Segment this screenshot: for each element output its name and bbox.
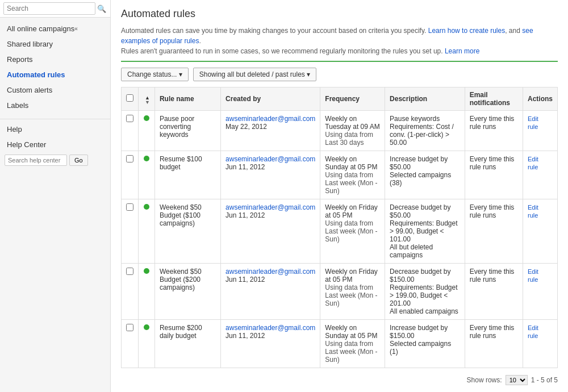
edit-rule-link-2[interactable]: Editrule [528,204,538,219]
sidebar-item-reports[interactable]: Reports [0,52,110,67]
row-checkbox-cell[interactable] [122,111,139,151]
row-notifications: Every time this rule runs [465,264,523,320]
row-notifications: Every time this rule runs [465,199,523,264]
row-description: Decrease budget by $150.00Requirements: … [385,264,465,320]
edit-rule-link-1[interactable]: Editrule [528,156,538,170]
sidebar-nav: All online campaigns « Shared library Re… [0,18,110,116]
help-search-input[interactable] [5,155,67,166]
section-divider [121,61,558,62]
help-search-box[interactable]: Go [0,152,110,168]
row-created-by: awseminarleader@gmail.com Jun 11, 2012 [221,320,320,368]
table-row: Weekend $50 Budget ($200 campaigns) awse… [122,264,558,320]
row-checkbox-2[interactable] [126,203,133,211]
row-frequency: Weekly on Sunday at 05 PMUsing data from… [320,151,385,199]
row-checkbox-cell[interactable] [122,151,139,199]
row-notifications: Every time this rule runs [465,151,523,199]
row-rule-name: Weekend $50 Budget ($200 campaigns) [154,264,220,320]
learn-how-link[interactable]: Learn how to create rules [428,27,505,35]
row-checkbox-3[interactable] [126,268,133,275]
status-dot [144,268,149,274]
help-go-button[interactable]: Go [69,155,88,166]
notifications-header: Email notifications [465,87,523,111]
row-status-cell [139,111,155,151]
info-box: Automated rules can save you time by mak… [121,26,558,56]
row-created-by: awseminarleader@gmail.com Jun 11, 2012 [221,199,320,264]
select-all-checkbox[interactable] [126,94,133,102]
row-description: Increase budget by $50.00Selected campai… [385,151,465,199]
row-status-cell [139,151,155,199]
sidebar-item-automated-rules[interactable]: Automated rules [0,67,110,82]
row-checkbox-0[interactable] [126,115,133,122]
table-row: Resume $200 daily budget awseminarleader… [122,320,558,368]
row-actions: Editrule [523,320,557,368]
created-by-header: Created by [221,87,320,111]
row-created-by: awseminarleader@gmail.com Jun 11, 2012 [221,151,320,199]
sidebar-item-help-center[interactable]: Help Center [0,137,110,152]
edit-rule-link-4[interactable]: Editrule [528,324,538,339]
sidebar-help-section: Help Help Center Go [0,119,110,168]
row-rule-name: Resume $200 daily budget [154,320,220,368]
row-description: Pause keywordsRequirements: Cost / conv.… [385,111,465,151]
status-dot [144,204,149,210]
table-row: Resume $100 budget awseminarleader@gmail… [122,151,558,199]
table-footer: Show rows: 10 25 50 1 - 5 of 5 [121,373,558,387]
rules-table: ▲ ▼ Rule name Created by Frequency Descr… [121,87,558,368]
status-header: ▲ ▼ [139,87,155,111]
sidebar-item-custom-alerts[interactable]: Custom alerts [0,82,110,98]
row-status-cell [139,320,155,368]
table-row: Pause poor converting keywords awseminar… [122,111,558,151]
search-input[interactable] [3,2,95,15]
table-row: Weekend $50 Budget ($100 campaigns) awse… [122,199,558,264]
row-frequency: Weekly on Friday at 05 PMUsing data from… [320,264,385,320]
row-checkbox-4[interactable] [126,324,133,331]
row-frequency: Weekly on Tuesday at 09 AMUsing data fro… [320,111,385,151]
row-checkbox-cell[interactable] [122,264,139,320]
edit-rule-link-3[interactable]: Editrule [528,268,538,283]
select-all-header[interactable] [122,87,139,111]
row-rule-name: Weekend $50 Budget ($100 campaigns) [154,199,220,264]
row-description: Decrease budget by $50.00Requirements: B… [385,199,465,264]
row-created-by: awseminarleader@gmail.com Jun 11, 2012 [221,264,320,320]
row-actions: Editrule [523,264,557,320]
row-notifications: Every time this rule runs [465,320,523,368]
sidebar-search-box[interactable]: 🔍 [0,0,110,18]
sort-arrows[interactable]: ▲ ▼ [145,96,150,105]
status-dot [144,156,149,161]
frequency-header: Frequency [320,87,385,111]
row-checkbox-1[interactable] [126,155,133,162]
sidebar-item-all-campaigns[interactable]: All online campaigns « [0,21,110,36]
row-rule-name: Pause poor converting keywords [154,111,220,151]
row-frequency: Weekly on Friday at 05 PMUsing data from… [320,199,385,264]
row-frequency: Weekly on Sunday at 05 PMUsing data from… [320,320,385,368]
status-dot [144,324,149,330]
row-notifications: Every time this rule runs [465,111,523,151]
rule-name-header: Rule name [154,87,220,111]
row-actions: Editrule [523,199,557,264]
row-created-by: awseminarleader@gmail.com May 22, 2012 [221,111,320,151]
row-checkbox-cell[interactable] [122,199,139,264]
row-status-cell [139,199,155,264]
rows-per-page-select[interactable]: 10 25 50 [506,375,528,385]
sidebar-item-shared-library[interactable]: Shared library [0,36,110,52]
search-icon[interactable]: 🔍 [95,3,108,14]
edit-rule-link-0[interactable]: Editrule [528,115,538,130]
sidebar-item-labels[interactable]: Labels [0,98,110,113]
sidebar-item-help[interactable]: Help [0,122,110,137]
status-dot [144,115,149,121]
page-title: Automated rules [121,8,558,20]
row-actions: Editrule [523,151,557,199]
row-status-cell [139,264,155,320]
description-header: Description [385,87,465,111]
collapse-button[interactable]: « [74,26,78,32]
row-rule-name: Resume $100 budget [154,151,220,199]
toolbar: Change status... ▾ Showing all but delet… [121,68,558,81]
change-status-dropdown[interactable]: Change status... ▾ [121,68,189,81]
actions-header: Actions [523,87,557,111]
row-description: Increase budget by $150.00Selected campa… [385,320,465,368]
row-checkbox-cell[interactable] [122,320,139,368]
showing-filter-dropdown[interactable]: Showing all but deleted / past rules ▾ [193,68,316,81]
learn-more-link[interactable]: Learn more [445,47,479,55]
row-actions: Editrule [523,111,557,151]
